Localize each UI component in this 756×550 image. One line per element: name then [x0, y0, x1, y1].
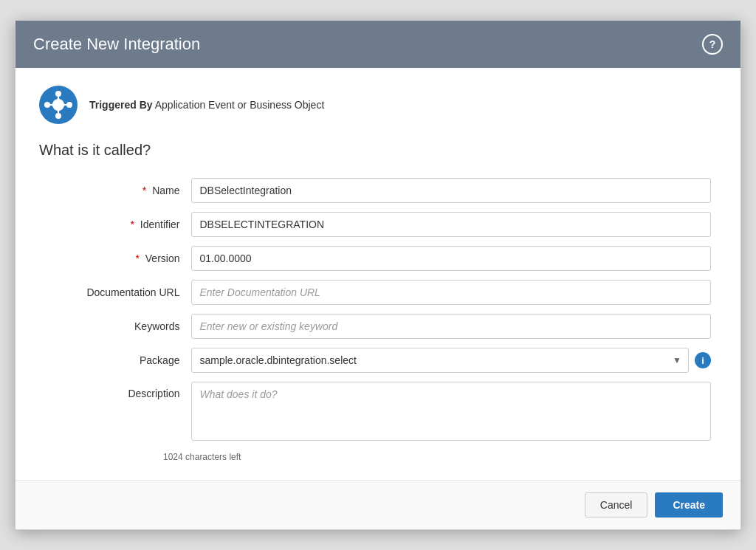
svg-point-2 [55, 91, 61, 97]
trigger-value: Application Event or Business Object [155, 99, 325, 111]
doc-url-input[interactable] [191, 280, 711, 305]
description-label: Description [39, 377, 185, 447]
identifier-row: * Identifier [39, 207, 717, 241]
svg-point-5 [66, 102, 72, 108]
doc-url-label: Documentation URL [39, 275, 185, 309]
package-wrapper: sample.oracle.dbintegration.select ▼ i [191, 348, 711, 373]
chars-left-label: 1024 characters left [39, 449, 717, 465]
trigger-text: Triggered By Application Event or Busine… [89, 99, 324, 111]
keywords-row: Keywords [39, 309, 717, 343]
package-info-icon[interactable]: i [695, 352, 711, 368]
keywords-input[interactable] [191, 314, 711, 339]
doc-url-row: Documentation URL [39, 275, 717, 309]
identifier-required-star: * [130, 219, 134, 230]
version-row: * Version [39, 241, 717, 275]
dialog-footer: Cancel Create [16, 480, 740, 529]
name-input[interactable] [191, 178, 711, 203]
identifier-label: * Identifier [39, 207, 185, 241]
create-integration-dialog: Create New Integration ? [15, 20, 741, 530]
keywords-label: Keywords [39, 309, 185, 343]
svg-point-4 [44, 102, 50, 108]
package-label: Package [39, 343, 185, 377]
package-row: Package sample.oracle.dbintegration.sele… [39, 343, 717, 377]
name-label: * Name [39, 173, 185, 207]
dialog-body: Triggered By Application Event or Busine… [16, 68, 740, 480]
package-input-cell: sample.oracle.dbintegration.select ▼ i [185, 343, 717, 377]
package-select-wrapper: sample.oracle.dbintegration.select ▼ [191, 348, 689, 373]
form-section-title: What is it called? [39, 142, 717, 159]
package-select[interactable]: sample.oracle.dbintegration.select [191, 348, 689, 373]
trigger-prefix: Triggered By [89, 99, 153, 111]
dialog-title: Create New Integration [33, 35, 200, 54]
dialog-header: Create New Integration ? [16, 21, 740, 68]
description-row: Description [39, 377, 717, 447]
keywords-input-cell [185, 309, 717, 343]
form-table: * Name * Identifier [39, 173, 717, 447]
version-input-cell [185, 241, 717, 275]
cancel-button[interactable]: Cancel [585, 492, 648, 518]
help-button[interactable]: ? [702, 34, 723, 55]
description-textarea[interactable] [191, 382, 711, 441]
name-required-star: * [142, 185, 146, 196]
identifier-input-cell [185, 207, 717, 241]
description-input-cell [185, 377, 717, 447]
name-input-cell [185, 173, 717, 207]
integration-icon [39, 86, 78, 124]
trigger-row: Triggered By Application Event or Busine… [39, 86, 717, 124]
version-input[interactable] [191, 246, 711, 271]
doc-url-input-cell [185, 275, 717, 309]
svg-point-3 [55, 113, 61, 119]
version-label: * Version [39, 241, 185, 275]
svg-point-1 [52, 99, 64, 111]
version-required-star: * [135, 252, 139, 264]
create-button[interactable]: Create [655, 492, 723, 518]
identifier-input[interactable] [191, 212, 711, 237]
name-row: * Name [39, 173, 717, 207]
